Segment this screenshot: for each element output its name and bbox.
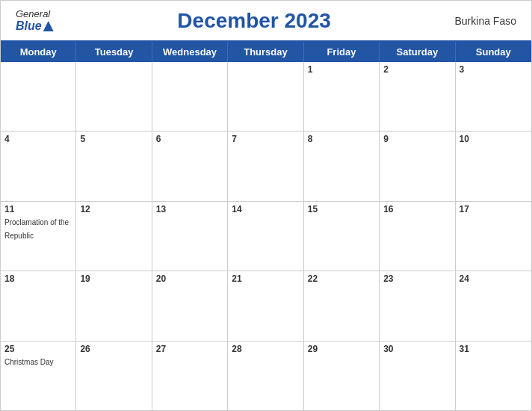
day-number: 1	[308, 64, 375, 75]
day-header-saturday: Saturday	[380, 42, 455, 62]
day-cell: 13	[152, 202, 228, 271]
day-cell: 5	[76, 132, 152, 200]
event-text: Proclamation of the Republic	[4, 218, 69, 240]
day-number: 13	[156, 204, 223, 214]
logo-triangle-icon	[43, 21, 54, 31]
day-cell: 23	[380, 271, 455, 340]
day-number: 27	[156, 344, 223, 354]
day-header-wednesday: Wednesday	[152, 42, 228, 62]
day-cell: 2	[380, 62, 455, 131]
day-cell: 15	[304, 202, 380, 271]
day-cell: 3	[456, 62, 531, 131]
day-cell: 20	[152, 271, 228, 340]
day-header-tuesday: Tuesday	[76, 42, 152, 62]
logo-general: General	[16, 8, 50, 19]
day-number: 11	[4, 204, 72, 214]
day-cell: 22	[304, 271, 380, 340]
day-number: 22	[308, 274, 375, 284]
day-cell: 17	[456, 202, 531, 271]
day-number: 3	[460, 64, 528, 75]
calendar-header: General Blue December 2023 Burkina Faso	[1, 1, 531, 40]
day-number: 19	[80, 274, 147, 284]
week-row-5: 25Christmas Day262728293031	[1, 342, 531, 410]
day-cell: 24	[456, 271, 531, 340]
day-number: 28	[232, 344, 299, 354]
calendar-title: December 2023	[177, 9, 330, 33]
day-number: 7	[232, 134, 299, 144]
week-row-3: 11Proclamation of the Republic1213141516…	[1, 202, 531, 271]
week-row-1: 123	[1, 62, 531, 132]
week-row-4: 18192021222324	[1, 271, 531, 341]
day-number: 4	[4, 134, 72, 144]
day-number: 25	[4, 344, 72, 354]
logo-blue: Blue	[16, 19, 42, 33]
day-cell	[1, 62, 76, 131]
country-label: Burkina Faso	[455, 15, 516, 27]
day-number: 30	[383, 344, 451, 354]
day-cell	[228, 62, 303, 131]
day-cell: 7	[228, 132, 303, 200]
day-number: 2	[383, 64, 451, 75]
day-number: 8	[308, 134, 375, 144]
day-number: 9	[383, 134, 451, 144]
day-number: 26	[80, 344, 147, 354]
day-number: 23	[383, 274, 451, 284]
day-cell: 26	[76, 342, 152, 410]
day-number: 18	[4, 274, 72, 284]
logo: General Blue	[16, 8, 54, 33]
calendar-container: General Blue December 2023 Burkina Faso …	[0, 0, 532, 411]
day-cell: 31	[456, 342, 531, 410]
day-number: 16	[383, 204, 451, 214]
day-number: 12	[80, 204, 147, 214]
day-cell	[76, 62, 152, 131]
day-cell: 18	[1, 271, 76, 340]
day-number: 10	[460, 134, 528, 144]
day-cell: 30	[380, 342, 455, 410]
day-number: 20	[156, 274, 223, 284]
day-header-friday: Friday	[304, 42, 380, 62]
day-cell: 11Proclamation of the Republic	[1, 202, 76, 271]
day-number: 24	[460, 274, 528, 284]
day-cell: 16	[380, 202, 455, 271]
day-cell: 9	[380, 132, 455, 200]
day-headers-row: MondayTuesdayWednesdayThursdayFridaySatu…	[1, 42, 531, 62]
day-cell: 1	[304, 62, 380, 131]
day-cell: 8	[304, 132, 380, 200]
day-cell: 29	[304, 342, 380, 410]
day-cell: 14	[228, 202, 303, 271]
day-cell: 6	[152, 132, 228, 200]
day-number: 5	[80, 134, 147, 144]
day-header-monday: Monday	[1, 42, 76, 62]
day-number: 17	[460, 204, 528, 214]
day-header-sunday: Sunday	[456, 42, 531, 62]
day-cell: 28	[228, 342, 303, 410]
week-row-2: 45678910	[1, 132, 531, 201]
day-number: 31	[460, 344, 528, 354]
day-cell: 10	[456, 132, 531, 200]
day-number: 21	[232, 274, 299, 284]
weeks-container: 1234567891011Proclamation of the Republi…	[1, 62, 531, 410]
day-number: 15	[308, 204, 375, 214]
day-number: 29	[308, 344, 375, 354]
event-text: Christmas Day	[4, 358, 54, 366]
day-number: 6	[156, 134, 223, 144]
day-number: 14	[232, 204, 299, 214]
day-cell: 19	[76, 271, 152, 340]
day-cell: 21	[228, 271, 303, 340]
day-cell: 12	[76, 202, 152, 271]
day-cell	[152, 62, 228, 131]
day-cell: 27	[152, 342, 228, 410]
day-cell: 4	[1, 132, 76, 200]
day-cell: 25Christmas Day	[1, 342, 76, 410]
calendar-grid: MondayTuesdayWednesdayThursdayFridaySatu…	[1, 40, 531, 410]
day-header-thursday: Thursday	[228, 42, 303, 62]
